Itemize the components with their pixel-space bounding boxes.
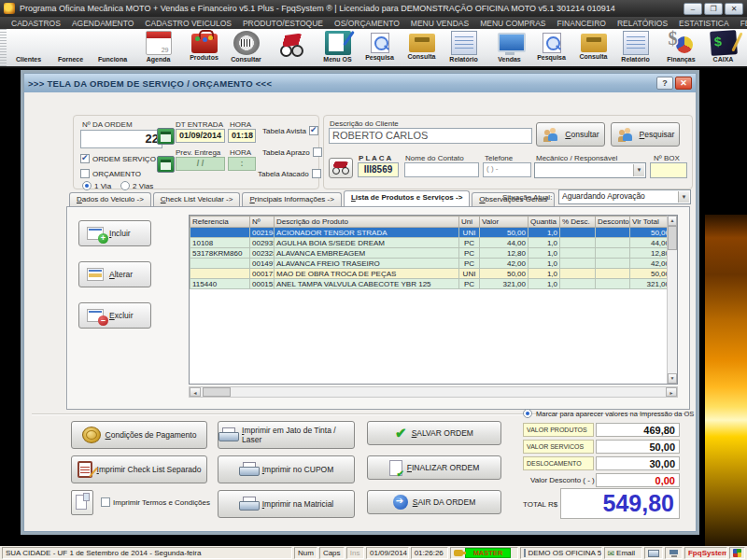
table-row[interactable]: 53178KRM860002328ALAVANCA EMBREAGEMPC12,… <box>190 248 672 259</box>
toolbar-button-consulta[interactable]: Consulta <box>572 29 614 66</box>
order-number-input[interactable]: 22 <box>80 130 162 148</box>
vertical-scroll-thumb[interactable] <box>668 226 677 250</box>
horizontal-scroll-thumb[interactable] <box>203 387 231 397</box>
imprimir-jato-button[interactable]: Imprimir em Jato de Tinta / Laser <box>218 421 355 449</box>
ordem-servico-checkbox[interactable]: ORDEM SERVIÇO <box>80 154 156 163</box>
menu-item-cadastro-veiculos[interactable]: CADASTRO VEICULOS <box>139 19 237 28</box>
termos-checkbox[interactable]: Imprimir Termos e Condições <box>101 497 210 507</box>
tab-lista-de-produtos-e-servi-os[interactable]: Lista de Produtos e Serviços -> <box>344 190 470 206</box>
tabela-atacado-checkbox[interactable]: Tabela Atacado <box>258 169 321 178</box>
toolbar-button-pesquisa[interactable]: Pesquisa <box>359 29 401 66</box>
menu-item-ferramentas[interactable]: FERRAMENTAS <box>735 19 747 28</box>
toolbar-button-relat-rio[interactable]: Relatório <box>443 29 485 66</box>
menu-item-agendamento[interactable]: AGENDAMENTO <box>66 19 139 28</box>
toolbar-button-agenda[interactable]: Agenda <box>137 29 179 66</box>
side-button-incluir[interactable]: +Incluir <box>78 220 151 246</box>
box-input[interactable] <box>650 162 687 178</box>
side-button-alterar[interactable]: Alterar <box>78 261 151 287</box>
tab-principais-informa-es[interactable]: Principais Informações -> <box>242 192 342 206</box>
table-row[interactable]: 115440000153ANEL TAMPA VALVULA CABECOTE … <box>190 279 672 289</box>
column-header-quantia[interactable]: Quantia <box>529 217 560 228</box>
side-button-excluir[interactable]: –Excluir <box>78 302 151 329</box>
dt-entrada-input[interactable]: 01/09/2014 <box>176 129 225 143</box>
vertical-scrollbar[interactable]: ▲ ▼ <box>667 216 677 384</box>
imprimir-matricial-button[interactable]: Imprimir na Matricial <box>218 490 355 518</box>
hora-entrada-input[interactable]: 01:18 <box>228 129 256 143</box>
toolbar-button-menu-os[interactable]: Menu OS <box>317 29 359 66</box>
column-header-vlr-total[interactable]: Vlr Total <box>630 217 672 228</box>
toolbar-button-finan-as[interactable]: Finanças <box>660 29 702 66</box>
imprimir-cupom-button[interactable]: Imprimir no CUPOM <box>218 455 355 483</box>
column-header-descri-o-do-produto[interactable]: Descrição do Produto <box>275 217 459 228</box>
toolbar-button-consulta[interactable]: Consulta <box>401 29 443 66</box>
toolbar-button-produtos[interactable]: Produtos <box>183 29 225 66</box>
toolbar-button-vendas[interactable]: Vendas <box>488 29 530 66</box>
contato-input[interactable] <box>404 162 479 177</box>
scroll-right-icon[interactable]: ► <box>666 387 677 397</box>
status-printer[interactable] <box>644 547 662 559</box>
menu-item-menu-compras[interactable]: MENU COMPRAS <box>474 19 551 28</box>
prev-entrega-input[interactable]: / / <box>176 157 225 171</box>
chevron-down-icon[interactable]: ▼ <box>678 191 689 203</box>
consultar-button[interactable]: Consultar <box>536 122 605 147</box>
situacao-select[interactable]: Aguardando Aprovação ▼ <box>558 189 691 204</box>
tabela-avista-checkbox[interactable]: Tabela Avista <box>262 126 318 135</box>
column-header-valor[interactable]: Valor <box>480 217 529 228</box>
client-input[interactable]: ROBERTO CARLOS <box>329 128 532 144</box>
column-header-referencia[interactable]: Referencia <box>190 217 250 228</box>
telefone-input[interactable]: ( ) - <box>483 162 531 177</box>
print-values-radio[interactable]: Marcar para aparecer valores na Impressã… <box>523 409 694 418</box>
ordem-servico-checkbox-box[interactable] <box>80 154 90 163</box>
tab-dados-do-veiculo[interactable]: Dados do Veiculo -> <box>69 192 151 206</box>
scroll-left-icon[interactable]: ◄ <box>190 387 201 397</box>
minimize-button[interactable]: – <box>684 3 702 15</box>
toolbar-button-clientes[interactable]: Clientes <box>7 29 49 66</box>
mecanico-select[interactable]: ▼ <box>534 162 646 178</box>
imprimir-checklist-button[interactable]: Imprimir Check List Separado <box>71 455 207 483</box>
menu-item-financeiro[interactable]: FINANCEIRO <box>552 19 612 28</box>
maximize-button[interactable]: ❐ <box>704 3 723 15</box>
tab-check-list-veicular[interactable]: Check List Veicular -> <box>153 192 241 206</box>
menu-item-estatistica[interactable]: ESTATISTICA <box>673 19 735 28</box>
toolbar-button-fornece[interactable]: Fornece <box>49 29 92 66</box>
column-header-uni[interactable]: Uni <box>459 217 480 228</box>
scroll-up-icon[interactable]: ▲ <box>668 216 677 226</box>
table-row[interactable]: 10108002935AGULHA BOIA S/SEDE DREAMPC44,… <box>190 238 672 248</box>
menu-item-os-or-amento[interactable]: OS/ORÇAMENTO <box>329 19 405 28</box>
column-header-desc[interactable]: % Desc. <box>560 217 596 228</box>
condicoes-pagamento-button[interactable]: Condições de Pagamento <box>71 421 207 449</box>
vehicle-button[interactable] <box>329 158 353 178</box>
menu-item-menu-vendas[interactable]: MENU VENDAS <box>405 19 474 28</box>
close-button[interactable]: ✕ <box>725 3 743 15</box>
toolbar-button-consultar[interactable]: Consultar <box>225 29 267 66</box>
table-row[interactable]: 002194ACIONADOR TENSOR STRADAUNI50,001,0… <box>190 228 672 238</box>
orcamento-checkbox-box[interactable] <box>80 169 90 178</box>
table-row[interactable]: 000173MAO DE OBRA TROCA DE PEÇASUNI50,00… <box>190 269 672 279</box>
menu-item-produto-estoque[interactable]: PRODUTO/ESTOQUE <box>237 19 329 28</box>
os-window-titlebar[interactable]: >>> TELA DA ORDEM DE SERVIÇO / ORÇAMENTO… <box>24 74 696 92</box>
radio-1-via[interactable]: 1 Via <box>82 181 111 190</box>
tabela-aprazo-checkbox[interactable]: Tabela Aprazo <box>262 147 322 157</box>
window-close-button[interactable]: ✕ <box>675 77 692 90</box>
dt-entrada-calendar-button[interactable] <box>157 128 175 145</box>
chevron-down-icon[interactable]: ▼ <box>633 164 644 176</box>
radio-2-vias[interactable]: 2 Vias <box>120 181 153 190</box>
orcamento-checkbox[interactable]: ORÇAMENTO <box>80 169 141 178</box>
finalizar-ordem-button[interactable]: FINALIZAR ORDEM <box>367 455 501 480</box>
pesquisar-button[interactable]: Pesquisar <box>611 122 680 147</box>
sair-ordem-button[interactable]: SAIR DA ORDEM <box>367 490 501 514</box>
prev-entrega-calendar-button[interactable] <box>157 156 175 173</box>
status-email[interactable]: ✉ Email <box>604 547 643 559</box>
toolbar-button-pesquisa[interactable]: Pesquisa <box>530 29 572 66</box>
salvar-ordem-button[interactable]: ✔ SALVAR ORDEM <box>367 421 501 445</box>
toolbar-button-relat-rio[interactable]: Relatório <box>614 29 656 66</box>
hora-entrega-input[interactable]: : <box>228 157 256 171</box>
toolbar-button-funciona[interactable]: Funciona <box>92 29 134 66</box>
placa-input[interactable]: III8569 <box>358 162 399 177</box>
column-header-n[interactable]: Nº <box>250 217 275 228</box>
table-row[interactable]: 001497ALAVANCA FREIO TRASEIROPC42,001,04… <box>190 259 672 269</box>
termos-doc-button[interactable] <box>71 490 93 515</box>
toolbar-button-caixa[interactable]: CAIXA <box>702 29 744 66</box>
toolbar-button-moto[interactable] <box>271 29 313 66</box>
menu-item-cadastros[interactable]: CADASTROS <box>6 19 66 28</box>
